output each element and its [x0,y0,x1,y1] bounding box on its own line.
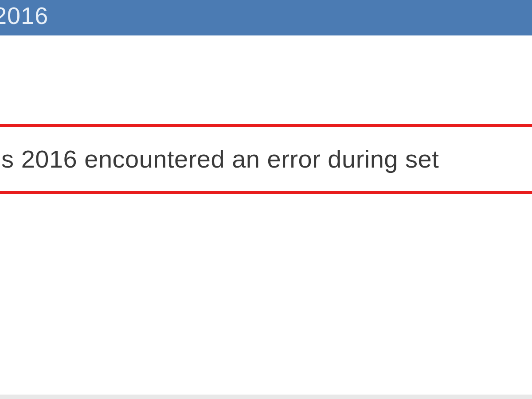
content-area: al Plus 2016 encountered an error during… [0,35,532,395]
error-message: al Plus 2016 encountered an error during… [0,145,439,173]
dialog-title: Plus 2016 [0,2,48,29]
title-bar: Plus 2016 [0,0,532,35]
installer-dialog: Plus 2016 al Plus 2016 encountered an er… [0,0,532,395]
error-highlight-box: al Plus 2016 encountered an error during… [0,124,532,194]
